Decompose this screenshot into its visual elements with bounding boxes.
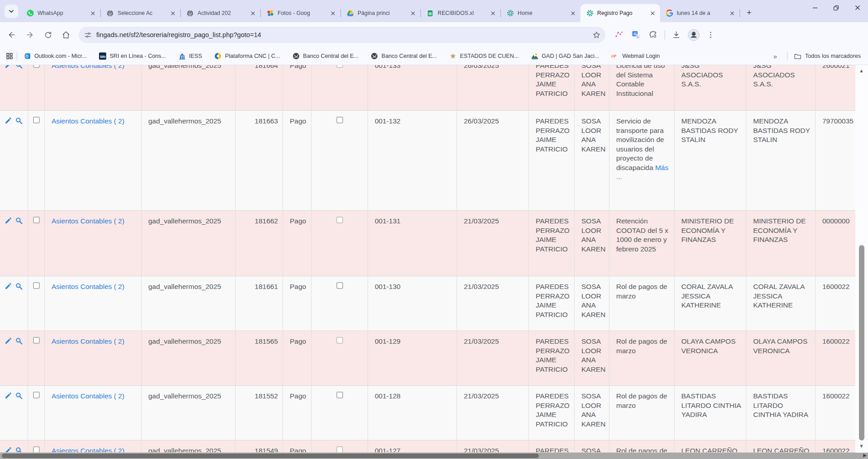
view-icon[interactable] — [15, 217, 23, 225]
home-button[interactable] — [58, 27, 74, 43]
extensions-button[interactable] — [646, 28, 660, 42]
tab-close-button[interactable] — [569, 9, 577, 17]
tab-close-button[interactable] — [728, 9, 736, 17]
row-checkbox[interactable] — [33, 217, 40, 223]
menu-button[interactable] — [703, 28, 718, 42]
asientos-contables-link[interactable]: Asientos Contables ( 2) — [52, 337, 124, 345]
asientos-contables-link[interactable]: Asientos Contables ( 2) — [52, 217, 124, 225]
back-button[interactable] — [4, 27, 20, 43]
flag-checkbox[interactable] — [336, 392, 343, 398]
view-icon[interactable] — [15, 65, 23, 69]
apps-grid-icon[interactable] — [5, 52, 13, 60]
url-text[interactable]: fingads.net/sf2/tesoreria/registro_pago_… — [96, 31, 588, 38]
asientos-contables-link[interactable]: Asientos Contables ( 2) — [52, 392, 124, 400]
bookmark-sri-en-l-nea-cons[interactable]: SRiSRI en Línea - Cons... — [99, 52, 166, 60]
tab-p-gina-princi[interactable]: Página princi — [341, 4, 420, 22]
close-window-button[interactable] — [847, 0, 868, 15]
flag-checkbox[interactable] — [336, 337, 343, 344]
vertical-scrollbar[interactable]: ▲ ▼ — [855, 65, 868, 453]
tab-fotos-goog[interactable]: Fotos - Goog — [261, 4, 340, 22]
tab-search-button[interactable] — [5, 5, 18, 18]
row-checkbox[interactable] — [33, 446, 40, 452]
edit-icon[interactable] — [5, 117, 12, 124]
bookmark-star-icon[interactable] — [592, 31, 601, 39]
bookmark-plataforma-cnc-c[interactable]: Plataforma CNC | C... — [214, 52, 280, 60]
back-icon — [7, 30, 16, 39]
edit-icon[interactable] — [5, 217, 12, 224]
row-checkbox[interactable] — [33, 282, 40, 289]
edit-icon[interactable] — [5, 65, 12, 69]
asientos-contables-link[interactable]: Asientos Contables ( 2) — [52, 283, 124, 290]
asientos-contables-link[interactable]: Asientos Contables ( 2) — [52, 447, 124, 452]
bookmark-gad-gad-san-jaci[interactable]: GAD | GAD San Jaci... — [531, 52, 599, 60]
row-checkbox[interactable] — [33, 392, 40, 398]
fecha-cell: 26/03/2025 — [457, 111, 529, 210]
horizontal-scrollbar-thumb[interactable] — [2, 454, 539, 458]
edit-icon[interactable] — [5, 446, 12, 452]
row-checkbox[interactable] — [33, 65, 40, 68]
minimize-button[interactable] — [804, 0, 826, 15]
new-tab-button[interactable]: + — [743, 6, 755, 19]
flag-checkbox[interactable] — [336, 117, 343, 123]
profile-avatar[interactable] — [686, 28, 701, 42]
bookmark-banco-central-del-e[interactable]: Banco Central del E... — [371, 52, 437, 60]
tab-whatsapp[interactable]: WhatsApp — [21, 4, 100, 22]
asientos-contables-link[interactable]: Asientos Contables ( 2) — [52, 65, 124, 69]
row-checkbox[interactable] — [33, 337, 40, 344]
bookmark-outlook-com-micr[interactable]: Outlook.com - Micr... — [24, 52, 86, 60]
site-settings-icon[interactable] — [84, 31, 92, 39]
tab-close-button[interactable] — [249, 9, 257, 17]
reload-button[interactable] — [40, 27, 56, 43]
edit-icon[interactable] — [5, 282, 12, 290]
bookmark-banco-central-del-e[interactable]: Banco Central del E... — [292, 52, 359, 60]
bookmark-estados-de-cuen[interactable]: ESTADOS DE CUEN... — [449, 52, 519, 60]
id-cell: 181661 — [236, 276, 283, 331]
codigo-value: 1600022 — [822, 283, 849, 290]
bookmark-webmail-login[interactable]: cPWebmail Login — [611, 52, 660, 60]
tab-close-button[interactable] — [89, 9, 97, 17]
bookmarks-overflow-button[interactable]: » — [773, 52, 777, 60]
bookmark-iess[interactable]: IESS — [178, 52, 202, 60]
all-bookmarks-button[interactable]: Todos los marcadores — [794, 52, 861, 60]
reload-icon — [44, 31, 52, 39]
beneficiario2-cell: LEON CARREÑO — [746, 440, 816, 452]
flag-checkbox[interactable] — [336, 446, 343, 452]
scroll-up-icon[interactable]: ▲ — [859, 68, 864, 73]
edit-icon[interactable] — [5, 337, 12, 345]
tab-close-button[interactable] — [489, 9, 497, 17]
tab-close-button[interactable] — [409, 9, 417, 17]
bookmark-label: SRI en Línea - Cons... — [109, 53, 166, 59]
view-icon[interactable] — [15, 282, 23, 290]
view-icon[interactable] — [15, 337, 23, 345]
row-checkbox[interactable] — [33, 117, 40, 123]
tab-close-button[interactable] — [649, 9, 656, 17]
view-icon[interactable] — [15, 446, 23, 452]
flag-checkbox[interactable] — [336, 65, 343, 68]
flag-checkbox[interactable] — [336, 282, 343, 289]
scroll-down-icon[interactable]: ▼ — [859, 443, 864, 449]
tab-home[interactable]: Home — [501, 4, 580, 22]
flag-checkbox[interactable] — [336, 217, 343, 223]
tab-title: WhatsApp — [38, 10, 85, 16]
asientos-contables-link[interactable]: Asientos Contables ( 2) — [52, 117, 124, 125]
downloads-button[interactable] — [669, 28, 684, 42]
tab-close-button[interactable] — [329, 9, 337, 17]
scroll-right-icon[interactable]: ▶ — [863, 453, 867, 458]
address-bar[interactable]: fingads.net/sf2/tesoreria/registro_pago_… — [79, 27, 605, 43]
tab-close-button[interactable] — [169, 9, 177, 17]
view-icon[interactable] — [15, 117, 23, 125]
extension-shortcut-button[interactable] — [612, 28, 626, 42]
tab-lunes-14-de-a[interactable]: lunes 14 de a — [660, 4, 740, 22]
edit-icon[interactable] — [5, 392, 12, 399]
horizontal-scrollbar[interactable]: ▶ — [0, 453, 868, 459]
forward-button[interactable] — [22, 27, 38, 43]
tab-recibidos-xl[interactable]: RECIBIDOS.xl — [421, 4, 500, 22]
maximize-button[interactable] — [826, 0, 847, 15]
tab-registro-pago[interactable]: Registro Pago — [580, 4, 660, 22]
tab-actividad-202[interactable]: Actividad 202 — [181, 4, 260, 22]
tab-seleccione-ac[interactable]: Seleccione Ac — [101, 4, 180, 22]
vertical-scrollbar-thumb[interactable] — [859, 245, 864, 440]
view-icon[interactable] — [15, 392, 23, 400]
translate-button[interactable]: Gx — [629, 28, 643, 42]
bookmark-label: GAD | GAD San Jaci... — [542, 53, 599, 59]
